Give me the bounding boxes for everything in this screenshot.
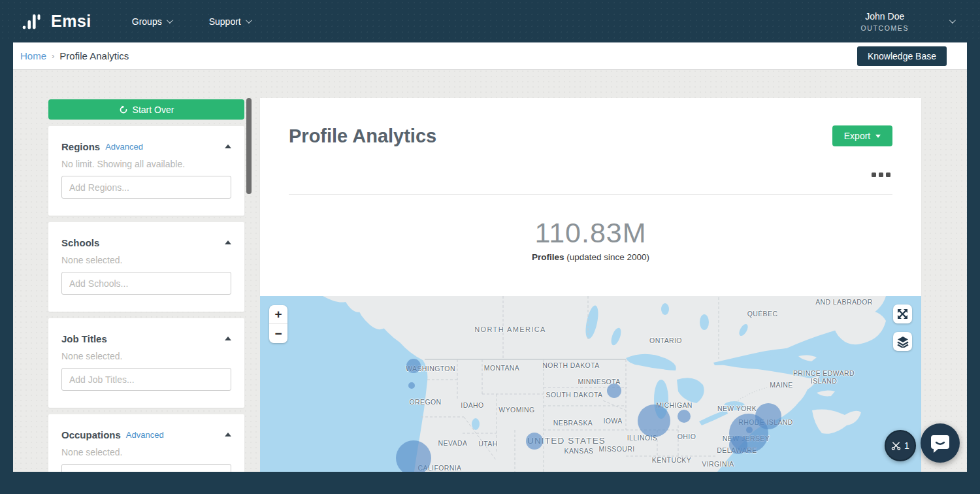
panel-status: No limit. Showing all available. — [61, 159, 231, 169]
profile-analytics-card: Profile Analytics Export 110.83M Profile… — [260, 98, 921, 296]
sidebar-panels: RegionsAdvancedNo limit. Showing all ava… — [48, 126, 244, 472]
profile-bubble[interactable] — [607, 384, 621, 398]
filter-panel-regions: RegionsAdvancedNo limit. Showing all ava… — [48, 126, 244, 216]
add-regions-input[interactable] — [61, 176, 231, 199]
chevron-down-icon — [949, 17, 956, 24]
start-over-label: Start Over — [133, 105, 174, 115]
chevron-down-icon — [167, 17, 173, 24]
metric-label-rest: (updated since 2000) — [564, 252, 649, 262]
scissors-icon — [891, 441, 901, 451]
user-menu[interactable]: John Doe OUTCOMES — [861, 11, 954, 32]
filter-panel-occupations: OccupationsAdvancedNone selected. — [48, 414, 244, 472]
snip-count-badge[interactable]: 1 — [885, 430, 916, 461]
breadcrumb: Home › Profile Analytics — [20, 50, 129, 61]
zoom-out-button[interactable]: − — [269, 324, 287, 343]
chat-launcher-button[interactable] — [921, 423, 960, 463]
collapse-caret-icon[interactable] — [225, 337, 231, 340]
profile-bubble[interactable] — [729, 436, 747, 454]
user-name: John Doe — [861, 11, 909, 22]
map-zoom-control: + − — [269, 305, 287, 343]
add-occupations-input[interactable] — [61, 464, 231, 472]
breadcrumb-home-link[interactable]: Home — [20, 50, 46, 61]
profile-bubble[interactable] — [526, 433, 543, 450]
breadcrumb-current: Profile Analytics — [59, 50, 129, 61]
advanced-link[interactable]: Advanced — [126, 430, 164, 440]
emsi-bars-icon — [22, 13, 46, 30]
breadcrumb-separator: › — [52, 51, 54, 61]
metric-label-bold: Profiles — [532, 252, 564, 262]
divider — [289, 194, 892, 195]
refresh-icon — [119, 105, 128, 114]
top-navbar: Emsi Groups Support John Doe OUTCOMES — [0, 0, 980, 42]
breadcrumb-bar: Home › Profile Analytics Knowledge Base — [13, 42, 967, 70]
nav-groups[interactable]: Groups — [132, 16, 171, 27]
collapse-caret-icon[interactable] — [225, 433, 231, 436]
chevron-down-icon — [246, 17, 252, 24]
card-options-menu-icon[interactable] — [872, 173, 890, 177]
panel-status: None selected. — [61, 351, 231, 361]
profile-bubble[interactable] — [755, 403, 781, 429]
panel-status: None selected. — [61, 447, 231, 457]
profile-bubble[interactable] — [408, 382, 415, 389]
brand-name: Emsi — [51, 12, 91, 31]
advanced-link[interactable]: Advanced — [105, 142, 143, 152]
chat-bubble-icon — [930, 433, 950, 453]
map-layers-button[interactable] — [893, 332, 912, 351]
user-org: OUTCOMES — [861, 24, 909, 32]
profiles-metric-label: Profiles (updated since 2000) — [260, 252, 921, 262]
panel-status: None selected. — [61, 255, 231, 265]
zoom-in-button[interactable]: + — [269, 305, 287, 324]
page-content: Home › Profile Analytics Knowledge Base … — [13, 42, 967, 472]
sidebar-scrollbar[interactable] — [246, 98, 252, 194]
panel-title: Job Titles — [61, 333, 107, 344]
profiles-metric-value: 110.83M — [260, 217, 921, 249]
add-job-titles-input[interactable] — [61, 368, 231, 391]
nav-support[interactable]: Support — [209, 16, 250, 27]
filter-panel-schools: SchoolsNone selected. — [48, 222, 244, 312]
panel-title: Occupations — [61, 429, 121, 440]
snip-count: 1 — [904, 440, 909, 451]
profiles-map[interactable]: NORTH AMERICAQUÉBECAND LABRADORONTARIOWA… — [260, 296, 921, 472]
emsi-logo[interactable]: Emsi — [22, 12, 91, 31]
nav-groups-label: Groups — [132, 16, 162, 27]
collapse-caret-icon[interactable] — [225, 144, 231, 148]
layers-icon — [897, 336, 909, 348]
filter-panel-job-titles: Job TitlesNone selected. — [48, 318, 244, 408]
collapse-caret-icon[interactable] — [225, 240, 231, 244]
basemap — [260, 296, 921, 472]
caret-down-icon — [875, 135, 881, 138]
panel-title: Regions — [61, 141, 100, 152]
export-label: Export — [844, 131, 870, 141]
nav-support-label: Support — [209, 16, 241, 27]
knowledge-base-button[interactable]: Knowledge Base — [857, 46, 947, 66]
profile-bubble[interactable] — [396, 440, 431, 472]
page-title: Profile Analytics — [289, 125, 436, 147]
start-over-button[interactable]: Start Over — [48, 99, 244, 120]
profile-bubble[interactable] — [746, 427, 753, 433]
profile-bubble[interactable] — [406, 359, 421, 373]
map-fullscreen-button[interactable] — [893, 305, 912, 323]
profile-bubble[interactable] — [678, 410, 691, 423]
add-schools-input[interactable] — [61, 272, 231, 295]
export-button[interactable]: Export — [832, 125, 892, 146]
profile-bubble[interactable] — [638, 404, 670, 437]
panel-title: Schools — [61, 237, 99, 248]
fullscreen-icon — [897, 308, 908, 320]
